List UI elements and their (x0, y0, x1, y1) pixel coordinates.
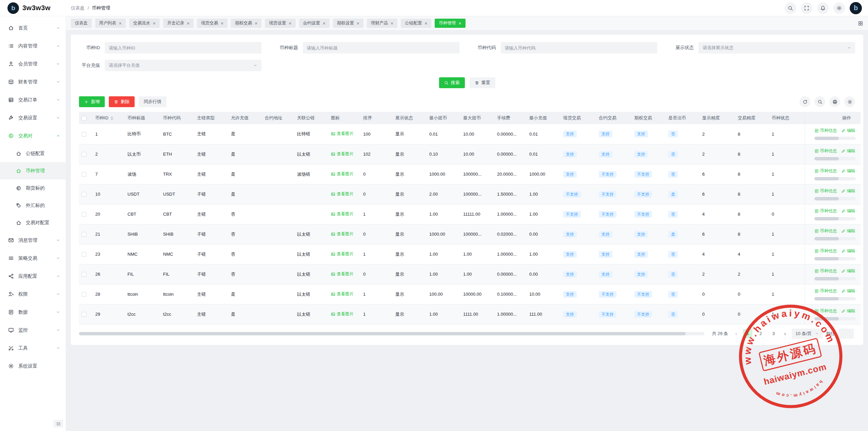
sidebar-item-home[interactable]: 首页 (0, 19, 66, 37)
coin-code-input[interactable] (501, 42, 657, 54)
row-checkbox[interactable] (82, 312, 86, 317)
tab-2[interactable]: 交易流水× (129, 19, 160, 28)
row-mini-scrollbar[interactable] (814, 257, 856, 260)
delete-button[interactable]: 删除 (109, 96, 135, 107)
row-mini-scrollbar[interactable] (814, 237, 856, 240)
view-image-link[interactable]: 查看图片 (331, 191, 354, 197)
sort-icon[interactable] (111, 116, 113, 120)
sidebar-item-message-manage[interactable]: 消息管理 (0, 231, 66, 249)
sidebar-item-monitor[interactable]: 监控 (0, 321, 66, 339)
coin-info-link[interactable]: 币种信息 (814, 308, 837, 314)
view-image-link[interactable]: 查看图片 (331, 131, 354, 137)
sidebar-item-finance-manage[interactable]: 财务管理 (0, 73, 66, 91)
close-icon[interactable]: × (357, 21, 359, 26)
view-image-link[interactable]: 查看图片 (331, 311, 354, 317)
view-image-link[interactable]: 查看图片 (331, 291, 354, 297)
close-icon[interactable]: × (289, 21, 291, 26)
page-number-3[interactable]: 3 (769, 329, 778, 338)
tab-5[interactable]: 期权交易× (231, 19, 261, 28)
sidebar-subitem-pair-config[interactable]: 交易对配置 (0, 214, 66, 231)
page-number-2[interactable]: 2 (756, 329, 765, 338)
view-image-link[interactable]: 查看图片 (331, 251, 354, 257)
close-icon[interactable]: × (119, 21, 122, 26)
sidebar-item-trade-pair[interactable]: 交易对 (0, 127, 66, 145)
row-checkbox[interactable] (82, 212, 86, 217)
view-image-link[interactable]: 查看图片 (331, 151, 354, 157)
scrollbar-thumb[interactable] (79, 332, 686, 335)
notifications-button[interactable] (817, 2, 829, 14)
row-mini-scrollbar[interactable] (814, 317, 856, 320)
tab-7[interactable]: 合约设置× (299, 19, 330, 28)
avatar[interactable]: b (850, 2, 862, 14)
sidebar-subitem-coin-manage[interactable]: 币种管理 (0, 162, 66, 179)
coin-info-link[interactable]: 币种信息 (814, 208, 837, 214)
tab-9[interactable]: 理财产品× (367, 19, 397, 28)
view-image-link[interactable]: 查看图片 (331, 231, 354, 237)
row-checkbox[interactable] (82, 152, 86, 157)
tab-11[interactable]: 币种管理× (435, 19, 465, 28)
row-mini-scrollbar[interactable] (814, 197, 856, 200)
sidebar-item-trade-setting[interactable]: 交易设置 (0, 109, 66, 127)
reset-button[interactable]: 重置 (470, 77, 495, 88)
row-mini-scrollbar[interactable] (814, 297, 856, 300)
view-image-link[interactable]: 查看图片 (331, 271, 354, 277)
view-image-link[interactable]: 查看图片 (331, 171, 354, 177)
row-checkbox[interactable] (82, 172, 86, 177)
row-mini-scrollbar[interactable] (814, 157, 856, 160)
sidebar-item-member-manage[interactable]: 会员管理 (0, 55, 66, 73)
tab-4[interactable]: 现货交易× (197, 19, 228, 28)
sidebar-item-trade-order[interactable]: 交易订单 (0, 91, 66, 109)
close-icon[interactable]: × (323, 21, 326, 26)
row-mini-scrollbar[interactable] (814, 177, 856, 180)
column-settings-button[interactable] (844, 96, 855, 107)
page-number-1[interactable]: 1 (743, 329, 752, 338)
close-icon[interactable]: × (187, 21, 190, 26)
close-icon[interactable]: × (458, 21, 461, 26)
row-mini-scrollbar[interactable] (814, 277, 856, 280)
row-checkbox[interactable] (82, 252, 86, 257)
prev-page-button[interactable]: ‹ (733, 331, 739, 336)
coin-id-input[interactable] (105, 42, 261, 54)
close-icon[interactable]: × (153, 21, 156, 26)
print-button[interactable] (829, 96, 840, 107)
fullscreen-button[interactable] (801, 2, 812, 14)
sidebar-item-data[interactable]: 数据 (0, 303, 66, 321)
tab-6[interactable]: 现货设置× (265, 19, 295, 28)
coin-info-link[interactable]: 币种信息 (814, 128, 837, 134)
coin-info-link[interactable]: 币种信息 (814, 228, 837, 234)
sidebar-collapse-button[interactable] (54, 420, 63, 428)
tab-1[interactable]: 用户列表× (95, 19, 126, 28)
tab-3[interactable]: 开盒记录× (163, 19, 194, 28)
breadcrumb-root[interactable]: 仪表盘 (71, 5, 85, 11)
coin-info-link[interactable]: 币种信息 (814, 188, 837, 194)
coin-info-link[interactable]: 币种信息 (814, 288, 837, 294)
tab-0[interactable]: 仪表盘 (71, 19, 92, 28)
display-status-select[interactable]: 请选择展示状态 (698, 42, 855, 54)
edit-link[interactable]: 编辑 (841, 148, 855, 154)
goto-page-input[interactable] (838, 329, 854, 339)
edit-link[interactable]: 编辑 (841, 308, 855, 314)
view-image-link[interactable]: 查看图片 (331, 211, 354, 217)
search-button[interactable] (785, 2, 796, 14)
edit-link[interactable]: 编辑 (841, 268, 855, 274)
sidebar-subitem-forex-target[interactable]: 外汇标的 (0, 197, 66, 214)
sync-market-button[interactable]: 同步行情 (139, 96, 166, 107)
row-checkbox[interactable] (82, 232, 86, 237)
edit-link[interactable]: 编辑 (841, 188, 855, 194)
sidebar-item-app-config[interactable]: 应用配置 (0, 267, 66, 285)
table-search-button[interactable] (814, 96, 825, 107)
close-icon[interactable]: × (221, 21, 223, 26)
refresh-button[interactable] (800, 96, 810, 107)
settings-button[interactable] (833, 2, 845, 14)
sidebar-subitem-chain-config[interactable]: 公链配置 (0, 145, 66, 162)
edit-link[interactable]: 编辑 (841, 208, 855, 214)
sidebar-subitem-futures-target[interactable]: 期货标的 (0, 179, 66, 197)
sidebar-item-content-manage[interactable]: 内容管理 (0, 37, 66, 55)
row-checkbox[interactable] (82, 272, 86, 277)
coin-info-link[interactable]: 币种信息 (814, 168, 837, 174)
close-icon[interactable]: × (391, 21, 393, 26)
edit-link[interactable]: 编辑 (841, 228, 855, 234)
edit-link[interactable]: 编辑 (841, 248, 855, 254)
coin-title-input[interactable] (303, 42, 459, 54)
tab-list-button[interactable] (858, 20, 863, 26)
